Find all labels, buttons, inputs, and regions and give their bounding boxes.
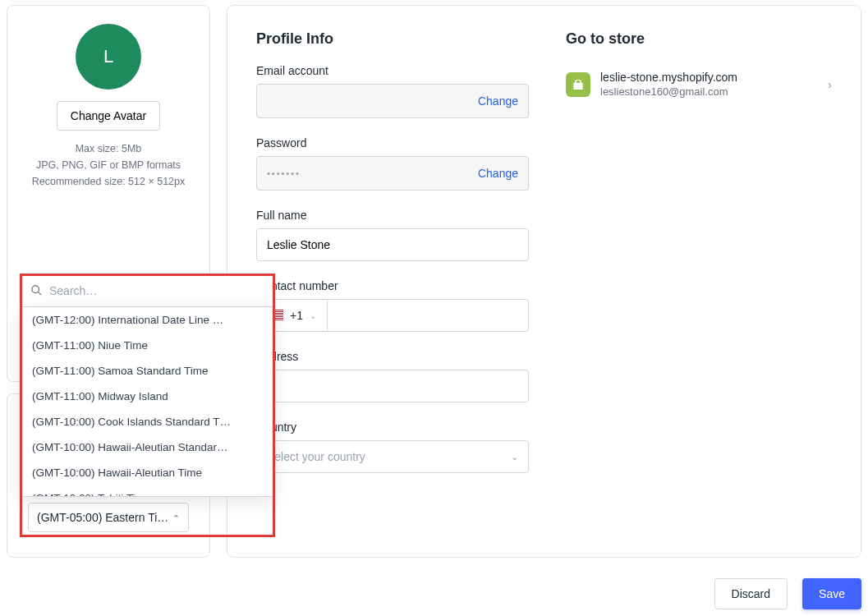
timezone-option[interactable]: (GMT-12:00) International Date Line …: [21, 307, 274, 333]
timezone-option[interactable]: (GMT-10:00) Cook Islands Standard T…: [21, 409, 274, 434]
change-avatar-button[interactable]: Change Avatar: [57, 101, 160, 131]
chevron-up-icon: ⌄: [172, 513, 180, 523]
phone-prefix-label: +1: [290, 309, 303, 322]
timezone-option[interactable]: (GMT-11:00) Samoa Standard Time: [21, 358, 274, 384]
hint-formats: JPG, PNG, GIF or BMP formats: [17, 157, 200, 173]
hint-size: Recommended size: 512 × 512px: [17, 173, 200, 190]
timezone-option[interactable]: (GMT-10:00) Tahiti Time: [21, 485, 274, 497]
chevron-down-icon: ⌄: [511, 452, 518, 462]
timezone-option[interactable]: (GMT-11:00) Midway Island: [21, 384, 274, 409]
footer-actions: Discard Save: [714, 578, 861, 609]
chevron-right-icon: ›: [828, 77, 832, 91]
timezone-search-row: [20, 274, 275, 306]
avatar-initial: L: [103, 46, 113, 67]
hint-maxsize: Max size: 5Mb: [17, 140, 200, 157]
address-label: Address: [256, 350, 529, 363]
svg-line-1: [38, 292, 41, 295]
contact-label: Contact number: [256, 279, 529, 292]
email-label: Email account: [256, 64, 529, 77]
avatar-hints: Max size: 5Mb JPG, PNG, GIF or BMP forma…: [17, 140, 200, 190]
address-input[interactable]: [256, 370, 529, 402]
profile-info-column: Profile Info Email account Change Passwo…: [256, 30, 529, 557]
fullname-input[interactable]: [256, 228, 529, 261]
fullname-label: Full name: [256, 209, 529, 222]
search-icon: [30, 284, 43, 297]
country-placeholder: Select your country: [267, 450, 511, 463]
timezone-selected-label: (GMT-05:00) Eastern Ti…: [37, 511, 172, 524]
timezone-dropdown: (GMT-12:00) International Date Line … (G…: [20, 274, 275, 497]
discard-button[interactable]: Discard: [714, 578, 788, 609]
avatar: L: [76, 24, 141, 90]
shopify-bag-icon: [566, 72, 590, 97]
chevron-down-icon: ⌄: [310, 311, 316, 320]
email-readonly: Change: [256, 84, 529, 118]
password-dots: •••••••: [267, 168, 478, 178]
timezone-option-list[interactable]: (GMT-12:00) International Date Line … (G…: [20, 306, 275, 497]
timezone-option[interactable]: (GMT-11:00) Niue Time: [21, 333, 274, 358]
store-heading: Go to store: [566, 30, 832, 48]
password-label: Password: [256, 136, 529, 149]
store-link[interactable]: leslie-stone.myshopify.com lesliestone16…: [566, 64, 832, 104]
profile-card: Profile Info Email account Change Passwo…: [227, 5, 861, 558]
password-readonly: ••••••• Change: [256, 156, 529, 191]
timezone-search-input[interactable]: [49, 284, 264, 297]
timezone-select[interactable]: (GMT-05:00) Eastern Ti… ⌄: [28, 503, 189, 532]
email-change-link[interactable]: Change: [478, 94, 518, 108]
country-label: Country: [256, 421, 529, 434]
svg-point-0: [32, 286, 39, 293]
save-button[interactable]: Save: [802, 578, 861, 609]
timezone-option[interactable]: (GMT-10:00) Hawaii-Aleutian Standar…: [21, 434, 274, 460]
password-change-link[interactable]: Change: [478, 167, 518, 180]
timezone-option[interactable]: (GMT-10:00) Hawaii-Aleutian Time: [21, 460, 274, 485]
country-select[interactable]: Select your country ⌄: [256, 440, 529, 473]
phone-number-input[interactable]: [327, 299, 529, 332]
store-email: lesliestone160@gmail.com: [600, 85, 818, 98]
store-column: Go to store leslie-stone.myshopify.com l…: [566, 30, 832, 557]
profile-heading: Profile Info: [256, 30, 529, 48]
store-domain: leslie-stone.myshopify.com: [600, 71, 818, 84]
